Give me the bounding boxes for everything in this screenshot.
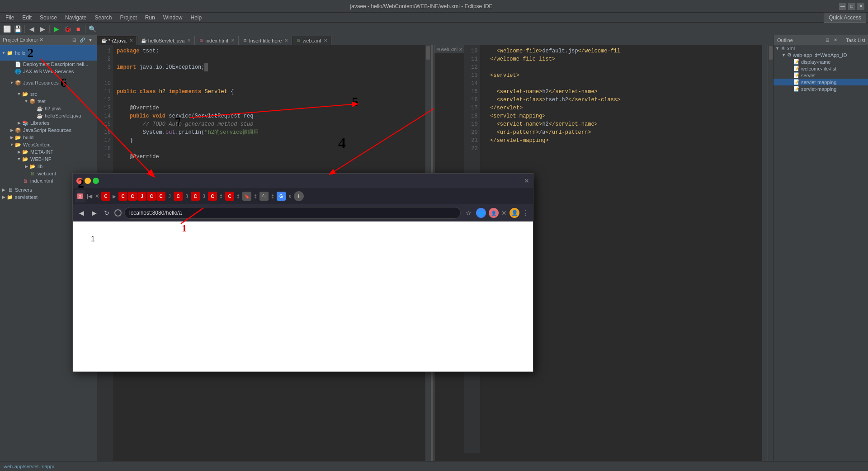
outline-item-servletmapping2[interactable]: 📝 servlet-mapping (774, 85, 868, 92)
run-button[interactable]: ▶ (52, 24, 61, 34)
tab-h2java-close[interactable]: ✕ (129, 38, 133, 43)
tree-item-jsresources[interactable]: ▶ 📦 JavaScript Resources (0, 127, 97, 134)
ext-icon[interactable]: 🔌 (259, 192, 269, 201)
minimize-button[interactable]: — (839, 3, 846, 10)
tree-item-deploy[interactable]: 📄 Deployment Descriptor: hell... (0, 61, 97, 68)
nav-forward[interactable]: ▶ (89, 208, 99, 218)
outline-item-welcomefile[interactable]: 📝 welcome-file-list (774, 65, 868, 72)
menu-edit[interactable]: Edit (19, 14, 35, 22)
menu-help[interactable]: Help (187, 14, 206, 22)
menu-source[interactable]: Source (36, 14, 61, 22)
tree-item-helloservlet[interactable]: ☕ helloServlet.java (0, 112, 97, 119)
outline-item-displayname[interactable]: 📝 display-name (774, 58, 868, 65)
nav-profile[interactable]: 🌐 (476, 208, 486, 218)
collapse-all-button[interactable]: ⊟ (71, 37, 78, 44)
nav-user-icon[interactable]: 👤 (509, 208, 519, 218)
c-icon-3[interactable]: C (128, 192, 137, 201)
maximize-button[interactable]: □ (848, 3, 855, 10)
nav-avatar[interactable]: 👤 (489, 208, 499, 218)
tree-item-metainf[interactable]: ▶ 📂 META-INF (0, 148, 97, 155)
c-icon-j2[interactable]: J (166, 193, 173, 200)
browser-maximize-btn[interactable] (93, 178, 99, 184)
webxml-scrollbar[interactable] (762, 45, 768, 461)
tree-item-build[interactable]: ▶ 📂 build (0, 134, 97, 141)
browser-tab-1[interactable]: 2 (75, 190, 85, 203)
c-icon-9[interactable]: C (225, 192, 234, 201)
tree-item-tset[interactable]: ▼ 📦 tset (0, 98, 97, 105)
tab-helloservlet[interactable]: ☕ helloServlet.java ✕ (137, 36, 195, 45)
toolbar: ⬜ 💾 ◀ ▶ ▶ 🐞 ■ 🔍 (0, 23, 868, 35)
menu-run[interactable]: Run (142, 14, 159, 22)
outline-item-servlet[interactable]: 📝 servlet (774, 72, 868, 79)
outline-collapse[interactable]: ⊟ (824, 37, 831, 44)
browser-minimize-btn[interactable] (85, 178, 91, 184)
menu-search[interactable]: Search (91, 14, 115, 22)
c-icon-1[interactable]: C (101, 192, 110, 201)
nav-more[interactable]: ⋮ (522, 209, 529, 217)
c-icon-5[interactable]: C (156, 192, 165, 201)
c-icon-8[interactable]: C (208, 192, 217, 201)
deploy-icon: 📄 (14, 61, 22, 67)
debug-button[interactable]: 🐞 (62, 24, 72, 34)
task-list-tab[interactable]: Task List (843, 38, 868, 43)
menu-navigate[interactable]: Navigate (61, 14, 90, 22)
quick-access-button[interactable]: Quick Access (824, 13, 866, 23)
tab-h2java[interactable]: ☕ *h2.java ✕ (97, 36, 137, 45)
stop-button[interactable]: ■ (73, 24, 83, 34)
webxml-scroll-right[interactable] (768, 45, 773, 461)
tab-webxml-close[interactable]: ✕ (324, 38, 327, 43)
browser-close-btn[interactable] (76, 178, 83, 184)
forward-button[interactable]: ▶ (38, 24, 47, 34)
c-icon-7[interactable]: C (191, 192, 200, 201)
tree-item-jaxws[interactable]: 🌐 JAX-WS Web Services (0, 68, 97, 75)
tab-helloservlet-label: helloServlet.java (148, 38, 185, 43)
tab-inserttitle-close[interactable]: ✕ (284, 38, 288, 43)
nav-refresh[interactable]: ↻ (102, 208, 112, 218)
new-tab-btn[interactable]: + (294, 191, 304, 201)
tree-item-javaresources[interactable]: ▼ 📦 Java Resources 6 (0, 75, 97, 90)
menu-window[interactable]: Window (160, 14, 186, 22)
tree-item-webcontent[interactable]: ▼ 📂 WebContent (0, 141, 97, 148)
outline-item-webapp[interactable]: ▼ ⚙ web-app id=WebApp_ID (774, 52, 868, 58)
outline-item-servletmapping1[interactable]: 📝 servlet-mapping (774, 79, 868, 85)
url-input[interactable] (124, 207, 461, 219)
save-button[interactable]: 💾 (13, 24, 23, 34)
tab-helloservlet-close[interactable]: ✕ (187, 38, 191, 43)
c-icon-6[interactable]: C (174, 192, 183, 201)
c-icon-4[interactable]: C (147, 192, 156, 201)
nav-back[interactable]: ◀ (76, 208, 86, 218)
tree-item-libraries[interactable]: ▶ 📚 Libraries (0, 119, 97, 127)
tab-btn2[interactable]: ✕ (94, 193, 101, 200)
tab-webxml[interactable]: 🗎 web.xml ✕ (292, 36, 331, 45)
tab-indexhtml[interactable]: 🗎 index.html ✕ (195, 36, 238, 45)
menu-project[interactable]: Project (116, 14, 140, 22)
tree-item-hello[interactable]: ▼ 📁 hello 2 (0, 45, 97, 61)
nav-close-x[interactable]: ✕ (501, 209, 507, 217)
close-button[interactable]: ✕ (857, 3, 864, 10)
tab-inserttitle[interactable]: 🗎 Insert title here ✕ (239, 36, 292, 45)
outline-item-xml[interactable]: ▼ 🗎 xml (774, 45, 868, 52)
webxml-tab-label[interactable]: ⊟ web.xml ✕ (436, 47, 462, 52)
tab-btn[interactable]: |◀ (86, 193, 93, 200)
new-button[interactable]: ⬜ (2, 24, 12, 34)
browser-close-x[interactable]: ✕ (524, 177, 529, 184)
ext-num: ‡ (269, 193, 276, 200)
c-icon-j1[interactable]: J (137, 192, 146, 201)
bookmark-icon[interactable]: 🔖 (242, 192, 251, 201)
menu-file[interactable]: File (2, 14, 18, 22)
tree-item-webinf[interactable]: ▼ 📂 WEB-INF (0, 155, 97, 163)
nav-star[interactable]: ☆ (463, 208, 473, 218)
tree-item-lib[interactable]: ▶ 📂 lib (0, 163, 97, 170)
tree-item-src[interactable]: ▼ 📂 src (0, 90, 97, 98)
outline-close[interactable]: ✕ (832, 37, 839, 44)
menu-bar: File Edit Source Navigate Search Project… (0, 13, 868, 23)
tree-item-h2java[interactable]: ☕ h2.java (0, 105, 97, 112)
link-editor-button[interactable]: 🔗 (79, 37, 86, 44)
search-toolbar-button[interactable]: 🔍 (87, 24, 97, 34)
google-icon[interactable]: G (277, 192, 286, 201)
back-button[interactable]: ◀ (27, 24, 37, 34)
c-icon-2[interactable]: C (118, 192, 127, 201)
arrow-btn[interactable]: ▶ (111, 193, 118, 200)
tab-indexhtml-close[interactable]: ✕ (231, 38, 235, 43)
view-menu-button[interactable]: ▼ (87, 37, 94, 44)
